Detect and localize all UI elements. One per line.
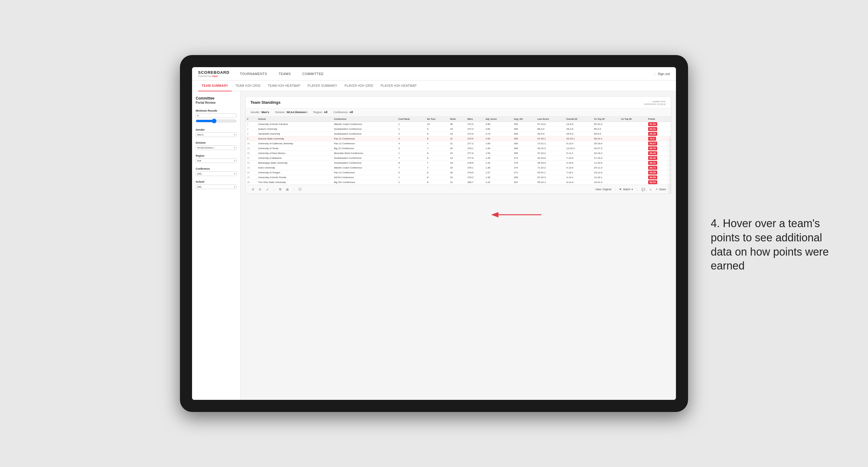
comment-icon[interactable]: 💬 xyxy=(641,187,646,192)
table-row: 3 Vanderbilt University Southeastern Con… xyxy=(246,131,671,136)
table-header-row: # School Conference Conf Rank No Tour Rn… xyxy=(246,117,671,122)
share-icon: ↗ xyxy=(655,188,658,191)
min-rounds-input[interactable] xyxy=(196,114,237,118)
table-row: 18 University of California, Berkeley Pa… xyxy=(246,141,671,146)
gender-label: Gender xyxy=(196,128,237,131)
tablet-screen: SCOREBOARD Powered by clippi TOURNAMENTS… xyxy=(192,67,676,400)
table-row: 24 University of Oregon Pac-12 Conferenc… xyxy=(246,170,671,175)
division-select[interactable]: NCAA Division I NCAA Division II NCAA Di… xyxy=(196,146,237,150)
nav-committee[interactable]: COMMITTEE xyxy=(301,67,325,81)
gender-filter: Gender Men's Women's xyxy=(196,128,237,137)
col-adj-score: Adj. Score xyxy=(484,117,512,122)
table-row: 22 Mississippi State University Southeas… xyxy=(246,161,671,165)
region-filter: Region N/A All xyxy=(196,154,237,163)
expand-icon[interactable]: ⤡ xyxy=(648,187,653,192)
share-btn[interactable]: ↗ Share xyxy=(655,188,666,191)
annotation-text: 4. Hover over a team's points to see add… xyxy=(711,217,832,273)
sidebar-title: Committee xyxy=(196,96,237,100)
conference-filter-bar: Conference: All xyxy=(333,111,353,114)
col-conference: Conference xyxy=(332,117,397,122)
logo-sub: Powered by clippi xyxy=(198,75,229,77)
col-avg-sg: Avg. SG xyxy=(512,117,536,122)
grid-icon[interactable]: ⊞ xyxy=(285,187,290,192)
region-label: Region xyxy=(196,154,237,157)
table-row: 2 Auburn University Southeastern Confere… xyxy=(246,127,671,131)
col-school: School xyxy=(257,117,333,122)
table-wrapper: # School Conference Conf Rank No Tour Rn… xyxy=(246,117,671,185)
bottom-toolbar: ↺ ↻ ⤢ | ⧉ ⊞ | ⓘ View: Original | xyxy=(246,185,671,194)
hover-popup: Team Event Event Division Event Type Rou… xyxy=(671,136,671,194)
nav-items: TOURNAMENTS TEAMS COMMITTEE xyxy=(239,67,654,81)
conference-select[interactable]: (All) Atlantic Coast Conference Southeas… xyxy=(196,172,237,176)
sidebar: Committee Portal Review Minimum Rounds G… xyxy=(192,91,241,400)
eye-icon: 👁 xyxy=(619,188,622,191)
col-conf-rank: Conf Rank xyxy=(397,117,426,122)
sidebar-subtitle: Portal Review xyxy=(196,101,237,104)
col-overall-25: Overall 25 xyxy=(565,117,592,122)
report-filter-bar: Gender: Men's Division: NCAA Division I … xyxy=(246,108,671,117)
min-rounds-filter: Minimum Rounds xyxy=(196,109,237,124)
gender-select[interactable]: Men's Women's xyxy=(196,132,237,137)
tablet-frame: SCOREBOARD Powered by clippi TOURNAMENTS… xyxy=(180,55,688,412)
school-label: School xyxy=(196,180,237,183)
col-wins: Wins xyxy=(466,117,484,122)
sub-nav: TEAM SUMMARY TEAM H2H GRID TEAM H2H HEAT… xyxy=(192,81,676,91)
undo-icon[interactable]: ↺ xyxy=(250,187,255,192)
region-filter-bar: Region: All xyxy=(313,111,328,114)
view-original-btn[interactable]: View: Original xyxy=(595,188,611,191)
conference-label: Conference xyxy=(196,167,237,170)
school-select[interactable]: (All) xyxy=(196,185,237,189)
subnav-player-h2h-grid[interactable]: PLAYER H2H GRID xyxy=(341,81,377,91)
zoom-icon[interactable]: ⤢ xyxy=(265,187,270,192)
subnav-player-summary[interactable]: PLAYER SUMMARY xyxy=(304,81,341,91)
arrow-svg xyxy=(487,206,548,224)
table-row: 21 University of Alabama Southeastern Co… xyxy=(246,156,671,161)
redo-icon[interactable]: ↻ xyxy=(258,187,262,192)
division-label: Division xyxy=(196,141,237,144)
table-row: 1 University of North Carolina Atlantic … xyxy=(246,122,671,127)
table-row: 25 University of North Florida ASUN Conf… xyxy=(246,175,671,180)
standings-table: # School Conference Conf Rank No Tour Rn… xyxy=(246,117,671,185)
annotation-block: 4. Hover over a team's points to see add… xyxy=(711,217,832,273)
table-row: 23 Duke University Atlantic Coast Confer… xyxy=(246,165,671,170)
info-icon[interactable]: ⓘ xyxy=(298,187,303,192)
nav-teams[interactable]: TEAMS xyxy=(277,67,292,81)
right-panel: Team Standings Update time: 13/03/2024 1… xyxy=(241,91,676,400)
table-row: 26 The Ohio State University Big Ten Con… xyxy=(246,180,671,185)
table-row: 20 University of New Mexico Mountain Wes… xyxy=(246,151,671,156)
col-points: Points xyxy=(647,117,671,122)
report-header: Team Standings Update time: 13/03/2024 1… xyxy=(246,96,671,108)
nav-tournaments[interactable]: TOURNAMENTS xyxy=(239,67,268,81)
toolbar-left: ↺ ↻ ⤢ | ⧉ ⊞ | ⓘ xyxy=(250,187,303,192)
min-rounds-label: Minimum Rounds xyxy=(196,109,237,112)
watch-btn[interactable]: 👁 Watch ▾ xyxy=(619,188,633,191)
conference-filter: Conference (All) Atlantic Coast Conferen… xyxy=(196,167,237,176)
subnav-player-h2h-heatmap[interactable]: PLAYER H2H HEATMAP xyxy=(377,81,420,91)
division-filter-bar: Division: NCAA Division I xyxy=(275,111,307,114)
col-rank: # xyxy=(246,117,257,122)
col-vs-top-25: Vs Top 25 xyxy=(592,117,620,122)
table-row: 19 University of Texas Big 12 Conference… xyxy=(246,146,671,151)
subnav-team-summary[interactable]: TEAM SUMMARY xyxy=(198,81,232,91)
copy-icon[interactable]: ⧉ xyxy=(278,187,282,192)
report-container: Team Standings Update time: 13/03/2024 1… xyxy=(245,96,671,194)
sign-out-link[interactable]: Sign out xyxy=(658,72,670,75)
subnav-team-h2h-grid[interactable]: TEAM H2H GRID xyxy=(232,81,264,91)
school-filter: School (All) xyxy=(196,180,237,189)
col-low-score: Low Score xyxy=(536,117,565,122)
min-rounds-slider[interactable] xyxy=(196,119,237,123)
division-filter: Division NCAA Division I NCAA Division I… xyxy=(196,141,237,150)
report-title-section: Team Standings xyxy=(250,100,280,105)
top-nav: SCOREBOARD Powered by clippi TOURNAMENTS… xyxy=(192,67,676,81)
toolbar-right: View: Original | 👁 Watch ▾ | 💬 ⤡ xyxy=(595,187,666,192)
logo: SCOREBOARD Powered by clippi xyxy=(198,70,229,77)
update-time: Update time: 13/03/2024 10:03:42 xyxy=(644,100,666,105)
subnav-team-h2h-heatmap[interactable]: TEAM H2H HEATMAP xyxy=(264,81,304,91)
col-rnds: Rnds xyxy=(448,117,466,122)
table-row-highlighted: 4 Arizona State University Pac-12 Confer… xyxy=(246,136,671,141)
region-select[interactable]: N/A All xyxy=(196,158,237,163)
report-title: Team Standings xyxy=(250,100,280,105)
logo-title: SCOREBOARD xyxy=(198,70,229,75)
chevron-down-icon: ▾ xyxy=(631,188,633,191)
nav-divider: | xyxy=(654,72,655,75)
